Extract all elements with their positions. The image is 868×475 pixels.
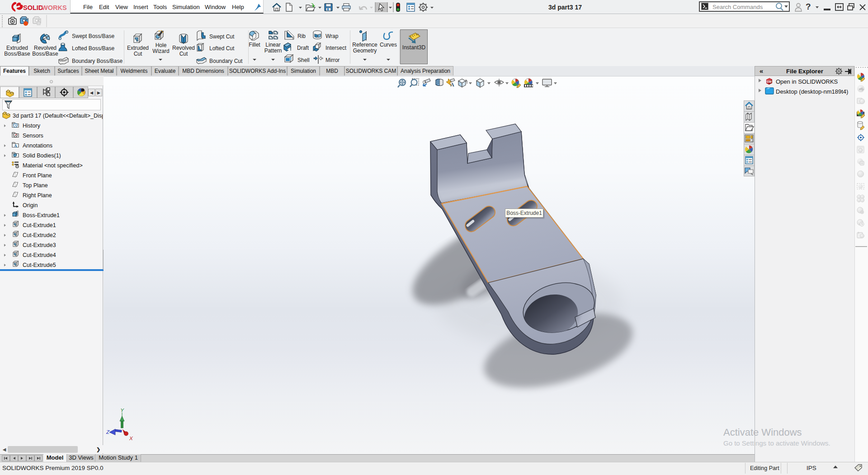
svg-text:SW: SW	[767, 80, 772, 83]
svg-text:X: X	[129, 436, 133, 441]
svg-text:WORKS: WORKS	[42, 4, 67, 11]
svg-text:Y: Y	[120, 408, 124, 413]
svg-text:A: A	[450, 81, 454, 88]
svg-text:Z: Z	[106, 429, 110, 435]
svg-text:SOLID: SOLID	[23, 4, 43, 11]
